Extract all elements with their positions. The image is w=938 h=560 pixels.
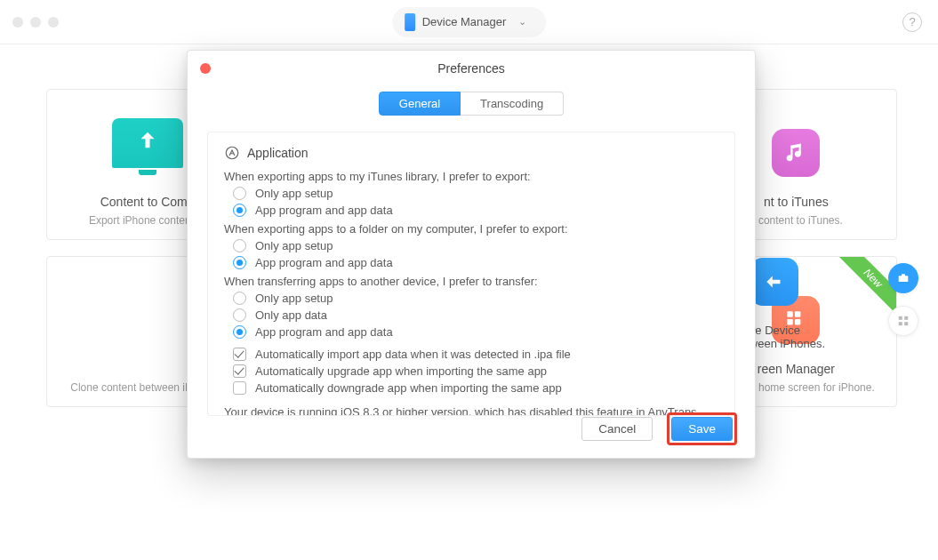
modal-header: Preferences bbox=[188, 51, 755, 86]
window-controls bbox=[0, 17, 59, 28]
preferences-modal: Preferences General Transcoding Applicat… bbox=[187, 50, 756, 459]
section-label: Application bbox=[247, 146, 309, 160]
modal-title: Preferences bbox=[437, 61, 504, 76]
radio-q3-data[interactable]: Only app data bbox=[233, 308, 718, 322]
side-toolbox-button[interactable] bbox=[888, 263, 918, 293]
tabs: General Transcoding bbox=[188, 92, 755, 116]
card-title: nt to iTunes bbox=[764, 195, 829, 209]
side-grid-button[interactable] bbox=[888, 306, 918, 336]
help-icon: ? bbox=[909, 15, 915, 28]
minimize-icon[interactable] bbox=[30, 17, 41, 28]
radio-q3-setup[interactable]: Only app setup bbox=[233, 292, 718, 305]
tab-transcoding[interactable]: Transcoding bbox=[461, 92, 564, 116]
cancel-button[interactable]: Cancel bbox=[581, 417, 653, 441]
svg-rect-9 bbox=[904, 322, 908, 325]
svg-rect-7 bbox=[904, 316, 908, 320]
app-panel: Application When exporting apps to my iT… bbox=[207, 132, 735, 416]
q-export-folder: When exporting apps to a folder on my co… bbox=[224, 222, 718, 236]
q-export-itunes: When exporting apps to my iTunes library… bbox=[224, 170, 718, 183]
radio-q2-setup[interactable]: Only app setup bbox=[233, 239, 718, 252]
radio-q1-setup[interactable]: Only app setup bbox=[233, 187, 718, 200]
card-sub: e content to iTunes. bbox=[750, 214, 843, 227]
transfer-icon bbox=[750, 258, 798, 306]
music-icon bbox=[772, 129, 820, 177]
radio-q3-program-data[interactable]: App program and app data bbox=[233, 325, 718, 339]
check-auto-import[interactable]: Automatically import app data when it wa… bbox=[233, 348, 718, 361]
check-auto-upgrade[interactable]: Automatically upgrade app when importing… bbox=[233, 364, 718, 378]
svg-point-10 bbox=[226, 147, 238, 159]
q-transfer: When transferring apps to another device… bbox=[224, 275, 718, 288]
radio-q2-program-data[interactable]: App program and app data bbox=[233, 256, 718, 269]
appstore-icon bbox=[224, 145, 240, 161]
save-button[interactable]: Save bbox=[671, 417, 733, 441]
section-header: Application bbox=[224, 145, 718, 161]
card-title: reen Manager bbox=[758, 362, 835, 376]
help-button[interactable]: ? bbox=[902, 12, 922, 32]
phone-icon bbox=[405, 13, 415, 31]
zoom-icon[interactable] bbox=[48, 17, 59, 28]
chevron-down-icon: ⌄ bbox=[518, 16, 526, 28]
close-icon[interactable] bbox=[200, 63, 211, 74]
modal-footer: Cancel Save bbox=[581, 412, 737, 445]
svg-rect-6 bbox=[899, 316, 902, 320]
monitor-icon bbox=[112, 118, 183, 168]
radio-q1-program-data[interactable]: App program and app data bbox=[233, 204, 718, 217]
device-selector[interactable]: Device Manager ⌄ bbox=[392, 7, 547, 37]
tab-general[interactable]: General bbox=[379, 92, 461, 116]
save-highlight: Save bbox=[667, 412, 737, 445]
side-actions bbox=[888, 263, 918, 336]
check-auto-downgrade[interactable]: Automatically downgrade app when importi… bbox=[233, 381, 718, 395]
svg-rect-8 bbox=[899, 322, 902, 325]
close-icon[interactable] bbox=[12, 17, 23, 28]
svg-rect-5 bbox=[902, 274, 905, 276]
card-title: Content to Comp bbox=[100, 195, 195, 209]
svg-rect-4 bbox=[899, 276, 909, 282]
titlebar: Device Manager ⌄ ? bbox=[0, 0, 938, 44]
device-label: Device Manager bbox=[422, 15, 507, 28]
